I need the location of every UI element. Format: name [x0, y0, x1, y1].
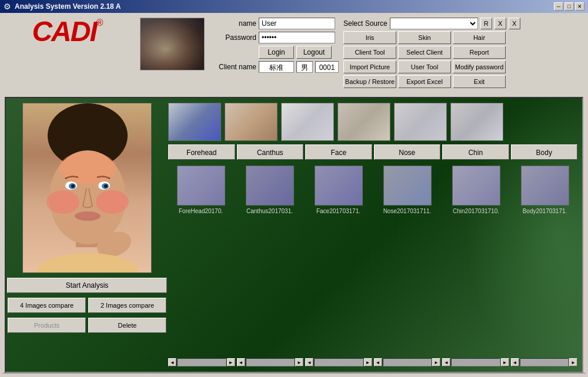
scroll-track-4[interactable]: [383, 358, 432, 366]
scroll-right-2[interactable]: ►: [295, 358, 303, 366]
scroll-right-6[interactable]: ►: [569, 358, 577, 366]
thumbnail-3: [281, 103, 334, 141]
scroll-1: ◄ ►: [168, 358, 235, 367]
id-value: 0001: [315, 61, 339, 73]
tab-canthus[interactable]: Canthus: [237, 144, 304, 160]
tab-nose[interactable]: Nose: [374, 144, 441, 160]
report-button[interactable]: Report: [453, 46, 506, 59]
toolbar-area: CADI ® name Password Login Logout Cl: [2, 15, 586, 95]
user-tool-button[interactable]: User Tool: [398, 60, 451, 73]
scroll-3: ◄ ►: [305, 358, 372, 367]
start-analysis-button[interactable]: Start Analysis: [7, 278, 167, 293]
maximize-button[interactable]: □: [564, 2, 574, 11]
image-label-nose: Nose2017031711.: [375, 208, 440, 214]
scroll-track-6[interactable]: [520, 358, 569, 366]
skin-button[interactable]: Skin: [398, 31, 451, 44]
minimize-button[interactable]: ─: [554, 2, 563, 11]
title-bar: ⚙ Analysis System Version 2.18 A ─ □ ✕: [0, 0, 588, 13]
tab-chin[interactable]: Chin: [442, 144, 509, 160]
tab-forehead[interactable]: Forehead: [168, 144, 235, 160]
scrollbar-row: ◄ ► ◄ ► ◄ ► ◄ ►: [168, 358, 577, 367]
svg-point-14: [96, 190, 129, 214]
password-label: Password: [215, 33, 256, 42]
tabs-row: Forehead Canthus Face Nose Chin Body: [168, 144, 577, 160]
window-controls: ─ □ ✕: [554, 2, 584, 11]
image-label-face: Face201703171.: [306, 208, 371, 214]
logo-registered: ®: [96, 18, 103, 28]
name-input[interactable]: [259, 18, 335, 29]
svg-point-7: [71, 184, 75, 188]
image-column-chin: Chin2017031710.: [443, 166, 509, 353]
right-panel: Forehead Canthus Face Nose Chin Body For…: [168, 103, 577, 367]
scroll-left-5[interactable]: ◄: [442, 358, 450, 366]
hair-button[interactable]: Hair: [453, 31, 506, 44]
iris-button[interactable]: Iris: [343, 31, 396, 44]
tab-face[interactable]: Face: [305, 144, 372, 160]
logout-button[interactable]: Logout: [296, 46, 332, 59]
scroll-left-4[interactable]: ◄: [374, 358, 382, 366]
left-panel: Start Analysis 4 Images compare 2 Images…: [11, 103, 163, 367]
gender-value: 男: [296, 61, 313, 73]
image-column-face: Face201703171.: [306, 166, 371, 353]
window-title: Analysis System Version 2.18 A: [15, 2, 121, 11]
scroll-right-3[interactable]: ►: [364, 358, 372, 366]
close-button[interactable]: ✕: [575, 2, 584, 11]
import-picture-button[interactable]: Import Picture: [343, 60, 396, 73]
exit-button[interactable]: Exit: [453, 75, 506, 88]
function-buttons-grid: Iris Skin Hair Client Tool Select Client…: [343, 31, 520, 88]
two-images-button[interactable]: 2 Images compare: [88, 298, 166, 313]
select-source-row: Select Source R X X: [343, 18, 520, 29]
scroll-4: ◄ ►: [374, 358, 441, 367]
scroll-track-1[interactable]: [177, 358, 226, 366]
select-source-dropdown[interactable]: [390, 18, 478, 29]
delete-button[interactable]: Delete: [88, 318, 166, 333]
products-button[interactable]: Products: [8, 318, 86, 333]
r-button[interactable]: R: [480, 18, 492, 29]
main-window: CADI ® name Password Login Logout Cl: [0, 13, 588, 377]
content-area: Start Analysis 4 Images compare 2 Images…: [5, 97, 583, 373]
client-name-value: 标准: [259, 61, 294, 73]
image-label-canthus: Canthus2017031.: [237, 208, 302, 214]
client-tool-button[interactable]: Client Tool: [343, 46, 396, 59]
scroll-left-6[interactable]: ◄: [511, 358, 519, 366]
image-canthus: [246, 166, 294, 206]
image-column-canthus: Canthus2017031.: [237, 166, 302, 353]
modify-password-button[interactable]: Modify password: [453, 60, 506, 73]
svg-point-11: [38, 253, 138, 273]
image-label-body: Body201703171.: [512, 208, 577, 214]
image-column-nose: Nose2017031711.: [375, 166, 440, 353]
scroll-right-5[interactable]: ►: [501, 358, 509, 366]
client-name-row: Client name 标准 男 0001: [215, 61, 339, 73]
password-input[interactable]: [259, 32, 335, 43]
image-label-chin: Chin2017031710.: [443, 208, 509, 214]
scroll-left-2[interactable]: ◄: [237, 358, 245, 366]
scroll-left-3[interactable]: ◄: [305, 358, 313, 366]
select-source-label: Select Source: [343, 19, 387, 28]
image-nose: [383, 166, 432, 206]
scroll-track-3[interactable]: [314, 358, 363, 366]
scroll-left-1[interactable]: ◄: [168, 358, 176, 366]
select-client-button[interactable]: Select Client: [398, 46, 451, 59]
x-button-2[interactable]: X: [509, 18, 520, 29]
thumbnail-1: [168, 103, 221, 141]
compare-buttons-row: 4 Images compare 2 Images compare: [8, 298, 166, 313]
scroll-right-1[interactable]: ►: [227, 358, 235, 366]
scroll-track-2[interactable]: [246, 358, 295, 366]
scroll-2: ◄ ►: [237, 358, 304, 367]
export-excel-button[interactable]: Export Excel: [398, 75, 451, 88]
form-area: name Password Login Logout Client name 标…: [215, 18, 339, 73]
login-button[interactable]: Login: [259, 46, 294, 59]
tab-body[interactable]: Body: [511, 144, 578, 160]
scroll-6: ◄ ►: [511, 358, 578, 367]
four-images-button[interactable]: 4 Images compare: [8, 298, 86, 313]
scroll-5: ◄ ►: [442, 358, 509, 367]
scroll-right-4[interactable]: ►: [432, 358, 440, 366]
logo-area: CADI ®: [6, 18, 129, 46]
backup-restore-button[interactable]: Backup / Restore: [343, 75, 396, 88]
image-label-forehead: ForeHead20170.: [168, 208, 233, 214]
x-button-1[interactable]: X: [495, 18, 506, 29]
thumbnail-6: [450, 103, 503, 141]
image-chin: [452, 166, 500, 206]
scroll-track-5[interactable]: [451, 358, 500, 366]
svg-point-9: [75, 211, 101, 221]
